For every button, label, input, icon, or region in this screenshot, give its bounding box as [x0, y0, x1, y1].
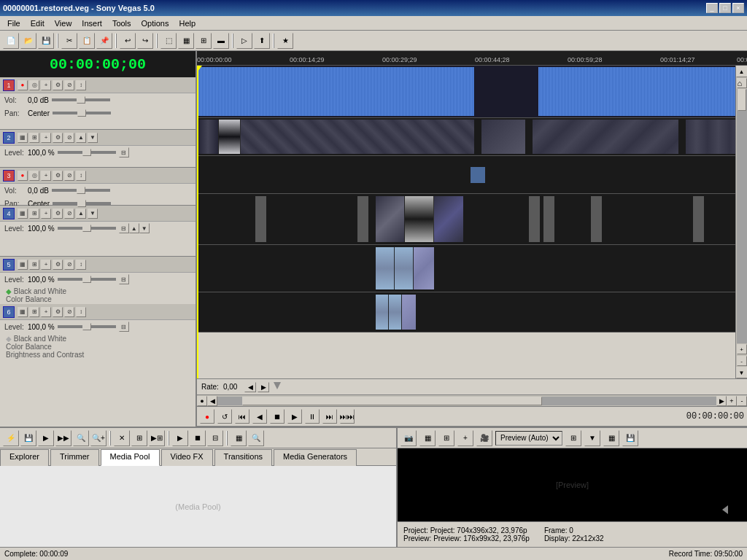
preview-btn-1[interactable]: 📷: [400, 430, 417, 446]
track-5-arm[interactable]: +: [41, 260, 51, 270]
bottom-btn-8[interactable]: ⊞: [131, 430, 147, 446]
track-6-arm[interactable]: +: [41, 307, 51, 317]
bottom-btn-2[interactable]: 💾: [20, 430, 36, 446]
tab-video-fx[interactable]: Video FX: [161, 449, 213, 466]
new-btn[interactable]: 📄: [3, 33, 19, 49]
track-6-fx[interactable]: ⚙: [53, 307, 63, 317]
track-4-extra2[interactable]: ▲: [129, 223, 139, 233]
bottom-btn-9[interactable]: ▶⊞: [149, 430, 165, 446]
track-2-fx[interactable]: ⚙: [53, 133, 63, 143]
bottom-btn-13[interactable]: ▦: [231, 430, 247, 446]
undo-btn[interactable]: ↩: [120, 33, 136, 49]
track-6-pan[interactable]: ⊞: [29, 307, 39, 317]
preview-btn-6[interactable]: ⊞: [565, 430, 581, 446]
scroll-left2-btn[interactable]: ◀: [207, 396, 217, 406]
export-btn[interactable]: ⬆: [254, 33, 270, 49]
scroll-plus-btn[interactable]: +: [737, 344, 747, 354]
timeline-track-6[interactable]: [197, 292, 735, 332]
track-5-pan[interactable]: ⊞: [29, 260, 39, 270]
zoom-btn[interactable]: ⊞: [196, 33, 212, 49]
track-3-mute[interactable]: ●: [18, 171, 28, 181]
track-1-vol-slider[interactable]: [52, 98, 110, 101]
menu-help[interactable]: Help: [174, 18, 200, 29]
rate-right-btn[interactable]: ▶: [258, 382, 269, 392]
track-6-extra[interactable]: ⊟: [119, 322, 129, 332]
track-5-comp[interactable]: ▦: [18, 260, 28, 270]
track-2-dn[interactable]: ▼: [88, 133, 98, 143]
track-3-fx[interactable]: ⚙: [53, 171, 63, 181]
scroll-left-btn[interactable]: ●: [197, 396, 207, 406]
transport-prev-frame[interactable]: ⏮: [235, 409, 249, 424]
scroll-minus-btn[interactable]: -: [737, 356, 747, 366]
transport-stop[interactable]: ⏹: [270, 409, 285, 424]
menu-insert[interactable]: Insert: [77, 18, 107, 29]
track-3-lock[interactable]: ↕: [76, 171, 86, 181]
timeline-track-4[interactable]: [197, 194, 735, 245]
track-2-arm[interactable]: +: [41, 133, 51, 143]
bottom-btn-7[interactable]: ✕: [114, 430, 130, 446]
tab-media-generators[interactable]: Media Generators: [274, 449, 357, 466]
bottom-btn-1[interactable]: ⚡: [3, 430, 19, 446]
menu-edit[interactable]: Edit: [26, 18, 49, 29]
paste-btn[interactable]: 📌: [96, 33, 112, 49]
scroll-right2-btn[interactable]: +: [727, 396, 737, 406]
menu-view[interactable]: View: [50, 18, 77, 29]
select-btn[interactable]: ⬚: [160, 33, 177, 49]
track-3-solo[interactable]: ◎: [29, 171, 39, 181]
timeline-scrollbar-v[interactable]: ▲ ⌂ + - ▼: [735, 66, 747, 378]
scroll-thumb-h[interactable]: [242, 397, 541, 405]
transport-pause[interactable]: ⏸: [305, 409, 320, 424]
transport-end[interactable]: ⏭⏭: [340, 409, 355, 424]
tab-explorer[interactable]: Explorer: [0, 449, 49, 466]
track-6-comp[interactable]: ▦: [18, 307, 28, 317]
edit-btn[interactable]: ▦: [178, 33, 194, 49]
open-btn[interactable]: 📂: [20, 33, 36, 49]
track-6-lock[interactable]: ↕: [76, 307, 86, 317]
preview-quality-select[interactable]: Preview (Auto) Best (Full) Good (Half) D…: [495, 431, 562, 446]
track-1-env[interactable]: ⊘: [64, 80, 74, 90]
menu-tools[interactable]: Tools: [108, 18, 136, 29]
split-btn[interactable]: ▬: [213, 33, 229, 49]
timeline-scrollbar-h[interactable]: ● ◀ ▶ + -: [197, 394, 747, 406]
preview-btn-9[interactable]: 💾: [622, 430, 638, 446]
track-3-pan-slider[interactable]: [53, 202, 111, 205]
bottom-btn-4[interactable]: ▶▶: [55, 430, 71, 446]
track-2-pan[interactable]: ⊞: [29, 133, 39, 143]
preview-btn-8[interactable]: ▦: [603, 430, 619, 446]
track-4-comp[interactable]: ▦: [18, 209, 28, 219]
track-1-lock[interactable]: ↕: [76, 80, 86, 90]
track-2-level-slider[interactable]: [58, 151, 116, 154]
preview-btn-5[interactable]: 🎥: [476, 430, 492, 446]
render-btn[interactable]: ▷: [236, 33, 252, 49]
track-4-pan[interactable]: ⊞: [29, 209, 39, 219]
track-3-vol-slider[interactable]: [52, 189, 110, 192]
track-5-lock[interactable]: ↕: [76, 260, 86, 270]
timeline-track-2[interactable]: [197, 118, 735, 156]
track-5-level-slider[interactable]: [58, 278, 116, 281]
window-controls[interactable]: _ □ ×: [706, 3, 744, 13]
scroll-thumb-v[interactable]: [738, 89, 746, 111]
bottom-btn-11[interactable]: ⏹: [190, 430, 206, 446]
transport-play[interactable]: ▶: [287, 409, 302, 424]
tab-transitions[interactable]: Transitions: [214, 449, 272, 466]
track-1-mute[interactable]: ●: [18, 80, 28, 90]
preview-btn-4[interactable]: +: [457, 430, 473, 446]
track-1-pan-slider[interactable]: [53, 112, 111, 114]
timeline-track-3[interactable]: [197, 156, 735, 194]
track-4-dn[interactable]: ▼: [88, 209, 98, 219]
bottom-btn-5[interactable]: 🔍: [73, 430, 89, 446]
preview-btn-3[interactable]: ⊞: [438, 430, 454, 446]
fx-btn[interactable]: ★: [277, 33, 293, 49]
bottom-btn-6[interactable]: 🔍+: [90, 430, 107, 446]
track-4-fx[interactable]: ⚙: [53, 209, 63, 219]
bottom-btn-12[interactable]: ⊟: [207, 430, 223, 446]
transport-record[interactable]: ●: [200, 409, 214, 424]
track-5-fx[interactable]: ⚙: [53, 260, 63, 270]
track-4-up[interactable]: ▲: [76, 209, 86, 219]
track-2-env[interactable]: ⊘: [64, 133, 74, 143]
scroll-up-btn[interactable]: ▲: [736, 66, 748, 77]
track-2-extra[interactable]: ⊟: [119, 147, 129, 158]
scroll-right3-btn[interactable]: -: [737, 396, 747, 406]
track-6-level-slider[interactable]: [58, 325, 116, 328]
track-2-up[interactable]: ▲: [76, 133, 86, 143]
